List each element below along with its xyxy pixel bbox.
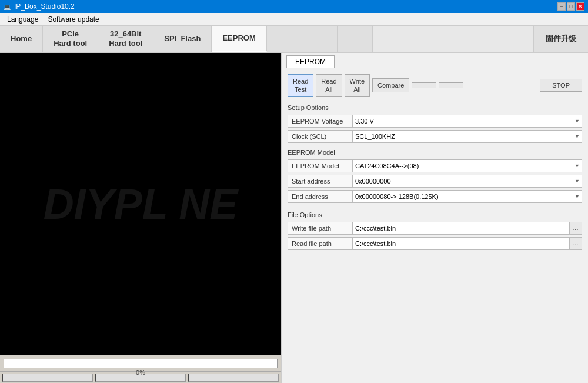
start-address-row: Start address 0x00000000 [288,175,582,188]
compare-button[interactable]: Compare [372,78,409,92]
end-address-label: End address [288,190,352,203]
read-all-button[interactable]: Read All [316,74,342,97]
clock-label: Clock (SCL) [288,130,352,143]
voltage-row: EEPROM Voltage 3.30 V 1.80 V 5.00 V [288,115,582,128]
clock-row: Clock (SCL) SCL_100KHZ SCL_400KHZ SCL_1M… [288,130,582,143]
main-area: DIYPL NE 0% EEPROM Read Test Read All Wr [0,53,588,383]
read-test-button[interactable]: Read Test [288,74,313,97]
nav-empty-1 [267,26,302,52]
nav-home[interactable]: Home [0,26,43,52]
voltage-select[interactable]: 3.30 V 1.80 V 5.00 V [352,115,582,128]
nav-empty-2 [302,26,338,52]
eeprom-model-label: EEPROM Model [288,149,582,156]
voltage-select-wrapper: 3.30 V 1.80 V 5.00 V [352,115,582,128]
read-file-label: Read file path [288,237,352,250]
end-address-row: End address 0x00000080-> 128B(0.125K) [288,190,582,203]
tab-header: EEPROM [282,53,588,68]
nav-32-64bit-hard-tool[interactable]: 32_64Bit Hard tool [98,26,153,52]
close-button[interactable]: ✕ [576,2,584,11]
model-select[interactable]: CAT24C08C4A-->(08) [352,159,582,172]
minimize-button[interactable]: − [557,2,566,11]
write-all-button[interactable]: Write All [345,74,370,97]
progress-label: 0% [4,368,277,377]
clock-select-wrapper: SCL_100KHZ SCL_400KHZ SCL_1MHZ [352,130,582,143]
write-file-label: Write file path [288,222,352,235]
app-title: IP_Box_Studio10.2 [14,2,75,11]
right-panel: EEPROM Read Test Read All Write All Comp… [281,53,588,383]
eeprom-model-section: EEPROM Model [288,149,582,156]
voltage-label: EEPROM Voltage [288,115,352,128]
empty-btn-2 [439,82,463,88]
tab-eeprom[interactable]: EEPROM [286,55,335,68]
watermark: DIYPL NE [44,180,238,228]
maximize-button[interactable]: □ [567,2,575,11]
empty-btn-1 [412,82,436,88]
panel-content: Read Test Read All Write All Compare STO… [282,68,588,383]
nav-pcie-hard-tool[interactable]: PCIe Hard tool [43,26,98,52]
progress-bar-container: 0% [0,355,281,371]
menu-bar: Language Software update [0,13,588,26]
read-file-input[interactable] [352,237,569,250]
left-display: DIYPL NE [0,53,281,355]
nav-spi-flash[interactable]: SPI_Flash [153,26,212,52]
nav-firmware-upgrade[interactable]: 固件升级 [533,26,588,52]
action-row: Read Test Read All Write All Compare STO… [288,74,582,97]
menu-software-update[interactable]: Software update [43,14,103,25]
read-file-row: Read file path ... [288,237,582,250]
start-address-select[interactable]: 0x00000000 [352,175,582,188]
nav-eeprom[interactable]: EEPROM [212,26,266,52]
write-file-input[interactable] [352,222,569,235]
setup-options-label: Setup Options [288,104,582,111]
model-select-wrapper: CAT24C08C4A-->(08) [352,159,582,172]
file-options-label: File Options [288,211,582,218]
model-label: EEPROM Model [288,159,352,172]
start-address-label: Start address [288,175,352,188]
start-address-select-wrapper: 0x00000000 [352,175,582,188]
stop-button[interactable]: STOP [540,79,582,92]
nav-toolbar: Home PCIe Hard tool 32_64Bit Hard tool S… [0,26,588,53]
write-file-browse-button[interactable]: ... [569,222,582,235]
left-panel: DIYPL NE 0% [0,53,281,383]
title-bar: 💻 IP_Box_Studio10.2 − □ ✕ [0,0,588,13]
file-options-section: File Options [288,211,582,218]
end-address-select-wrapper: 0x00000080-> 128B(0.125K) [352,190,582,203]
write-file-row: Write file path ... [288,222,582,235]
progress-bar-outer: 0% [4,359,278,368]
end-address-select[interactable]: 0x00000080-> 128B(0.125K) [352,190,582,203]
model-row: EEPROM Model CAT24C08C4A-->(08) [288,159,582,172]
clock-select[interactable]: SCL_100KHZ SCL_400KHZ SCL_1MHZ [352,130,582,143]
menu-language[interactable]: Language [2,14,43,25]
app-icon: 💻 [4,4,11,10]
nav-empty-3 [338,26,373,52]
read-file-browse-button[interactable]: ... [569,237,582,250]
